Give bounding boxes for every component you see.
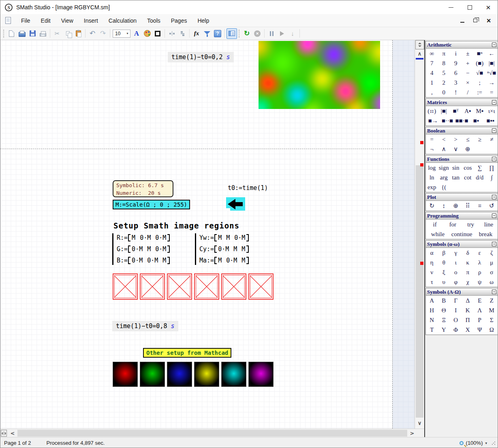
square-root[interactable]: √■ <box>474 70 486 77</box>
palette-item[interactable]: υ <box>438 279 450 286</box>
menu-help[interactable]: Help <box>192 15 214 26</box>
broken-image-placeholder[interactable] <box>113 273 138 300</box>
collapse-icon[interactable] <box>492 213 496 218</box>
ln[interactable]: ln <box>426 174 438 181</box>
collapse-icon[interactable] <box>492 195 496 199</box>
palette-item[interactable]: ω <box>486 279 498 286</box>
palette-item[interactable]: Ε <box>474 297 486 304</box>
palette-item[interactable]: Ψ <box>474 326 486 333</box>
section-heading[interactable]: Setup Smath image regions <box>113 221 239 230</box>
color-gradient-image[interactable] <box>221 362 246 387</box>
palette-item[interactable]: ρ <box>474 269 486 276</box>
color-gradient-image[interactable] <box>167 362 192 387</box>
combobox-caret-icon[interactable]: ▾ <box>125 32 130 35</box>
and[interactable]: ∧ <box>438 145 450 153</box>
font-button[interactable]: A <box>131 28 142 39</box>
palette-item[interactable]: Ξ <box>438 317 450 324</box>
digit-0[interactable]: 0 <box>438 89 450 96</box>
menu-pages[interactable]: Pages <box>166 15 192 26</box>
toolbar-grip[interactable] <box>3 30 4 38</box>
exp[interactable]: exp <box>426 184 438 191</box>
divide[interactable]: / <box>462 89 474 96</box>
color-gradient-image[interactable] <box>113 362 138 387</box>
power[interactable]: ■ⁿ <box>474 50 486 57</box>
border-button[interactable] <box>152 28 163 39</box>
greater-than[interactable]: > <box>450 136 462 143</box>
worksheet-canvas[interactable]: time(1)−t0=0,2 s Symbolic: 6.7 sNumeric:… <box>0 40 415 429</box>
plot-grid[interactable]: ⠿ <box>462 202 474 209</box>
nth-root[interactable]: ⁿ√■ <box>486 70 498 77</box>
menu-file[interactable]: File <box>16 15 36 26</box>
palette-item[interactable]: η <box>426 259 438 266</box>
color-button[interactable] <box>142 28 152 39</box>
palette-item[interactable]: μ <box>486 259 498 266</box>
menu-insert[interactable]: Insert <box>79 15 103 26</box>
cot[interactable]: cot <box>462 174 474 181</box>
infinity[interactable]: ∞ <box>426 50 438 57</box>
open-button[interactable] <box>17 28 27 39</box>
document-icon[interactable] <box>5 17 11 24</box>
scroll-down-icon[interactable]: ∨ <box>415 420 424 426</box>
palette-item[interactable]: Τ <box>426 326 438 333</box>
plot-rotate[interactable]: ↻ <box>426 202 438 209</box>
scroll-up-icon[interactable]: ∧ <box>415 51 424 57</box>
range[interactable]: ■··■ <box>440 117 454 124</box>
menu-edit[interactable]: Edit <box>36 15 56 26</box>
collapse-icon[interactable] <box>492 100 496 105</box>
horizontal-splitter-button[interactable] <box>1 430 7 437</box>
save-button[interactable] <box>27 28 38 39</box>
window-minimize-button[interactable] <box>442 0 460 14</box>
semicolon[interactable]: ; <box>474 79 486 86</box>
column[interactable]: ■▪ <box>469 117 483 124</box>
matrix-definition[interactable]: B:=0·M0·MM <box>117 256 170 265</box>
multiply[interactable]: × <box>462 79 474 86</box>
vertical-scroll-thumb[interactable] <box>416 165 423 418</box>
matrix-definition[interactable]: Ma:=M0·MM <box>199 256 249 265</box>
pi[interactable]: π <box>438 50 450 57</box>
palette-item[interactable]: δ <box>462 250 474 256</box>
scale-expression[interactable]: M:=Scale(Ω ; 0 ; 255) <box>113 200 190 209</box>
less-than[interactable]: < <box>438 136 450 143</box>
palette-item[interactable]: ζ <box>486 250 498 256</box>
palette-item[interactable]: π <box>462 269 474 276</box>
log[interactable]: log <box>426 164 438 171</box>
copy-button[interactable] <box>62 28 73 39</box>
digit-5[interactable]: 5 <box>438 70 450 77</box>
matrix-group-rgb[interactable]: R:=M0·M0·MG:=0·MM0·MB:=0·M0·MM <box>112 233 170 265</box>
palette-item[interactable]: Δ <box>462 297 474 304</box>
expression-time-elapsed-bottom[interactable]: time(1)−t0=0,8 s <box>112 321 178 331</box>
vertical-splitter-button[interactable] <box>415 40 424 49</box>
palette-item[interactable]: Σ <box>486 317 498 324</box>
broken-image-placeholder[interactable] <box>221 273 246 300</box>
plot-refresh[interactable]: ↺ <box>486 202 498 209</box>
horizontal-scrollbar[interactable]: < > <box>0 429 424 437</box>
break[interactable]: break <box>474 231 498 238</box>
sign[interactable]: sign <box>438 164 450 171</box>
step-button[interactable]: ↓ <box>287 28 298 39</box>
bool-equal[interactable]: = <box>426 136 438 143</box>
matrix-definition[interactable]: R:=M0·M0·M <box>117 233 170 242</box>
window-maximize-button[interactable] <box>460 0 479 14</box>
run-button[interactable] <box>277 28 287 39</box>
palette-item[interactable]: Η <box>426 307 438 314</box>
system[interactable]: {( <box>438 184 450 191</box>
broken-image-placeholder[interactable] <box>140 273 165 300</box>
xor[interactable]: ⊕ <box>462 145 474 153</box>
left-arrow-image[interactable] <box>226 197 245 211</box>
digit-7[interactable]: 7 <box>426 60 438 67</box>
mdi-close-button[interactable]: ✕ <box>486 18 491 23</box>
matrix[interactable]: (⠶) <box>426 107 438 115</box>
backspace[interactable]: ← <box>486 50 498 57</box>
broken-image-placeholder[interactable] <box>248 273 274 300</box>
palette-item[interactable]: Λ <box>474 307 486 314</box>
abort-button[interactable]: ✕ <box>252 28 263 39</box>
palette-item[interactable]: λ <box>474 259 486 266</box>
palette-item[interactable]: Ι <box>450 307 462 314</box>
fraction-button[interactable] <box>177 28 188 39</box>
if[interactable]: if <box>426 221 444 228</box>
numeric-evaluation[interactable]: = <box>486 89 498 96</box>
palette-item[interactable]: Ν <box>426 317 438 324</box>
transpose[interactable]: ■ᵀ <box>450 108 462 115</box>
palette-item[interactable]: ι <box>450 259 462 266</box>
resize-grip[interactable] <box>491 441 496 446</box>
